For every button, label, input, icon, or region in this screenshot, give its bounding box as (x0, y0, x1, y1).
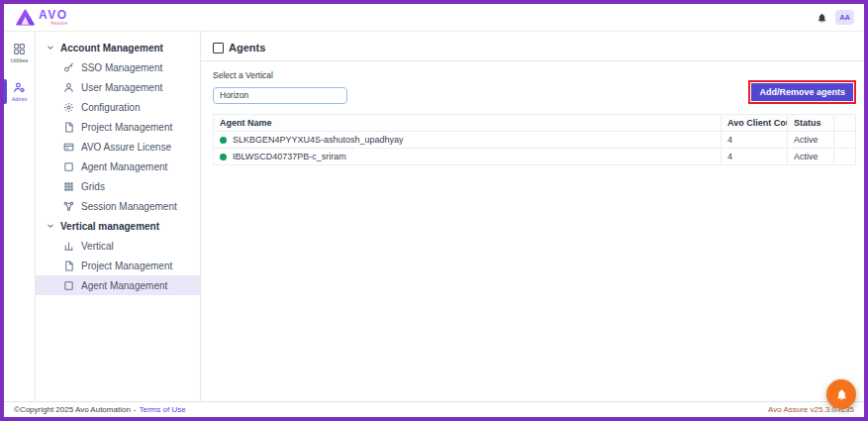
logo-product-name: Assure (39, 22, 68, 27)
sidebar-section-vertical-management[interactable]: Vertical management (36, 216, 200, 236)
vertical-select-input[interactable] (213, 87, 347, 104)
copyright-text: ©Copyright 2025 Avo Automation (14, 405, 131, 414)
sidebar-item-project-management-vertical[interactable]: Project Management (36, 256, 200, 275)
vertical-select-group: Select a Vertical (213, 70, 347, 104)
sidebar-item-label: User Management (81, 82, 162, 93)
grid-icon (63, 181, 74, 192)
table-header-row: Agent Name Avo Client Count Status (214, 114, 856, 131)
sidebar-item-project-management[interactable]: Project Management (36, 117, 200, 137)
key-icon (63, 62, 74, 73)
red-highlight-annotation: Add/Remove agents (748, 80, 856, 104)
rail-label-admin: Admin (12, 96, 28, 102)
chevron-down-icon (46, 221, 55, 231)
sidebar-item-user-management[interactable]: User Management (36, 77, 200, 97)
gear-icon (63, 102, 74, 113)
sidebar-item-label: Agent Management (81, 280, 167, 291)
sidebar-item-grids[interactable]: Grids (36, 176, 200, 196)
app-window: AVO Assure AA Utilities (0, 0, 868, 421)
sidebar-item-agent-management-vertical[interactable]: Agent Management (36, 275, 200, 295)
page-title-row: Agents (213, 36, 856, 59)
sidebar-item-label: Project Management (81, 122, 172, 133)
sidebar-item-label: Vertical (81, 241, 114, 252)
avo-logo: AVO Assure (16, 9, 68, 27)
agent-name-cell: SLKBGEN4PYYXU4S-ashutosh_upadhyay (214, 131, 722, 148)
vertical-select-label: Select a Vertical (213, 70, 347, 80)
sidebar-section-label: Vertical management (60, 221, 159, 232)
sidebar-item-label: Project Management (81, 261, 172, 271)
agent-square-icon (63, 161, 74, 172)
footer-copyright-group: ©Copyright 2025 Avo Automation - Terms o… (14, 405, 186, 414)
page-title: Agents (229, 42, 265, 53)
online-status-dot (220, 154, 227, 160)
sidebar-item-label: Configuration (81, 102, 140, 113)
admin-user-gear-icon (13, 81, 26, 94)
logo-wordmark: AVO (39, 9, 68, 21)
main-area: Utilities Admin Account Manageme (4, 32, 864, 401)
column-header-avo-client-count[interactable]: Avo Client Count (722, 114, 788, 131)
title-divider (201, 60, 864, 61)
sidebar-item-label: SSO Management (81, 62, 162, 73)
content-panel: Agents Select a Vertical Add/Remove agen… (201, 32, 864, 401)
sidebar-item-avo-assure-license[interactable]: AVO Assure License (36, 137, 200, 157)
top-header: AVO Assure AA (4, 4, 864, 32)
utilities-grid-icon (13, 43, 26, 55)
icon-rail: Utilities Admin (4, 32, 36, 401)
sidebar-item-label: AVO Assure License (81, 142, 171, 153)
license-card-icon (63, 142, 74, 153)
column-header-status[interactable]: Status (788, 114, 834, 131)
table-row[interactable]: SLKBGEN4PYYXU4S-ashutosh_upadhyay 4 Acti… (214, 131, 856, 148)
online-status-dot (220, 137, 227, 144)
user-avatar[interactable]: AA (835, 10, 854, 25)
sidebar-nav: Account Management SSO Management User M… (36, 32, 201, 401)
notifications-bell-icon[interactable] (817, 12, 827, 24)
vertical-chart-icon (63, 241, 74, 252)
status-cell: Active (788, 148, 834, 164)
avo-logo-icon (16, 9, 35, 26)
agent-name: SLKBGEN4PYYXU4S-ashutosh_upadhyay (233, 135, 404, 145)
session-network-icon (63, 201, 74, 212)
client-count-cell: 4 (722, 131, 788, 148)
client-count-cell: 4 (722, 148, 788, 164)
sidebar-item-label: Agent Management (81, 161, 167, 172)
agents-square-icon (213, 43, 224, 53)
empty-cell (834, 131, 856, 148)
column-header-agent-name[interactable]: Agent Name (214, 114, 722, 131)
sidebar-item-label: Grids (81, 181, 105, 192)
sidebar-item-vertical[interactable]: Vertical (36, 236, 200, 256)
column-header-empty (834, 114, 856, 131)
add-remove-agents-button[interactable]: Add/Remove agents (751, 83, 853, 101)
sidebar-item-label: Session Management (81, 201, 177, 212)
sidebar-item-sso-management[interactable]: SSO Management (36, 57, 200, 77)
rail-item-utilities[interactable]: Utilities (4, 40, 35, 66)
agent-square-icon (63, 280, 74, 291)
support-fab-button[interactable] (826, 379, 856, 409)
rail-item-admin[interactable]: Admin (4, 78, 35, 105)
empty-cell (834, 148, 856, 164)
table-row[interactable]: IBLWSCD40737PB-c_sriram 4 Active (214, 148, 856, 164)
rail-label-utilities: Utilities (11, 57, 29, 63)
chevron-down-icon (46, 43, 55, 53)
document-icon (63, 122, 74, 133)
sidebar-item-agent-management[interactable]: Agent Management (36, 157, 200, 176)
footer-separator: - (134, 405, 137, 414)
agents-table: Agent Name Avo Client Count Status SLKBG… (213, 114, 856, 165)
user-icon (63, 82, 74, 93)
document-icon (63, 261, 74, 271)
footer-bar: ©Copyright 2025 Avo Automation - Terms o… (4, 401, 864, 417)
agent-name: IBLWSCD40737PB-c_sriram (233, 152, 346, 161)
header-actions: AA (817, 10, 854, 25)
status-cell: Active (788, 131, 834, 148)
sidebar-section-account-management[interactable]: Account Management (36, 38, 200, 57)
agent-name-cell: IBLWSCD40737PB-c_sriram (214, 148, 722, 164)
sidebar-section-label: Account Management (60, 43, 163, 53)
sidebar-item-configuration[interactable]: Configuration (36, 97, 200, 117)
fab-bell-icon (835, 388, 848, 401)
sidebar-item-session-management[interactable]: Session Management (36, 196, 200, 216)
controls-row: Select a Vertical Add/Remove agents (213, 70, 856, 104)
terms-of-use-link[interactable]: Terms of Use (140, 405, 186, 414)
